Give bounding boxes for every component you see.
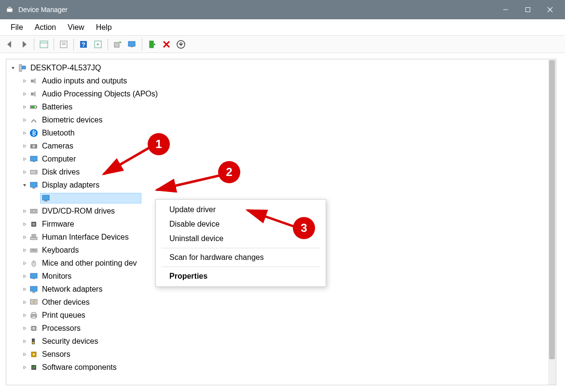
chevron-right-icon[interactable] [21, 338, 28, 345]
tree-category-audio-apo[interactable]: Audio Processing Objects (APOs) [9, 87, 556, 100]
chevron-right-icon[interactable] [21, 285, 28, 293]
tree-category-label: Security devices [42, 337, 98, 346]
tree-category-audio-io[interactable]: Audio inputs and outputs [9, 74, 556, 87]
uninstall-button[interactable] [160, 38, 173, 51]
chevron-right-icon[interactable] [21, 77, 28, 85]
chevron-right-icon[interactable] [21, 259, 28, 267]
svg-text:?: ? [82, 41, 85, 48]
action-button[interactable] [91, 38, 105, 51]
chevron-right-icon[interactable] [21, 246, 28, 254]
tree-category-computer[interactable]: Computer [9, 152, 556, 165]
tree-category-label: Batteries [42, 103, 72, 111]
maximize-button[interactable] [517, 0, 539, 19]
chevron-right-icon[interactable] [21, 233, 28, 241]
forward-button[interactable] [17, 38, 31, 51]
svg-point-40 [33, 210, 35, 212]
chevron-right-icon[interactable] [21, 324, 28, 332]
tree-category-other[interactable]: ? Other devices [9, 296, 556, 309]
tree-category-label: Firmware [42, 220, 74, 229]
chevron-right-icon[interactable] [21, 272, 28, 280]
chevron-right-icon[interactable] [21, 129, 28, 137]
enable-device-button[interactable] [145, 38, 159, 51]
tree-category-software[interactable]: Software components [9, 361, 556, 374]
speaker-icon [29, 90, 38, 98]
menu-file[interactable]: File [5, 21, 29, 34]
chevron-right-icon[interactable] [21, 311, 28, 319]
chevron-down-icon[interactable] [21, 181, 28, 189]
bluetooth-icon [29, 129, 38, 137]
ctx-scan-hardware[interactable]: Scan for hardware changes [156, 250, 326, 265]
chevron-right-icon[interactable] [21, 351, 28, 358]
svg-point-30 [32, 145, 35, 148]
menu-action[interactable]: Action [29, 21, 62, 34]
svg-rect-26 [36, 107, 37, 108]
properties-button[interactable] [57, 38, 70, 51]
app-icon [6, 6, 14, 14]
chevron-right-icon[interactable] [21, 90, 28, 98]
chevron-down-icon[interactable] [9, 64, 17, 72]
tree-root[interactable]: DESKTOP-4L537JQ [9, 61, 556, 74]
svg-rect-44 [32, 234, 36, 237]
tree-category-label: Monitors [42, 272, 71, 281]
svg-line-71 [104, 148, 150, 174]
tree-category-label: Mice and other pointing dev [42, 259, 137, 268]
tree-root-label: DESKTOP-4L537JQ [30, 64, 101, 72]
mouse-icon [29, 259, 38, 268]
chevron-right-icon[interactable] [21, 103, 28, 111]
chevron-right-icon[interactable] [21, 364, 28, 371]
menu-view[interactable]: View [62, 21, 90, 34]
chevron-right-icon[interactable] [21, 116, 28, 124]
vertical-scrollbar[interactable] [548, 59, 556, 385]
tree-category-label: Biometric devices [42, 116, 102, 124]
chevron-right-icon[interactable] [21, 168, 28, 176]
tree-category-disk[interactable]: Disk drives [9, 165, 556, 178]
update-driver-button[interactable] [111, 38, 124, 51]
tree-category-cameras[interactable]: Cameras [9, 139, 556, 152]
svg-rect-0 [7, 8, 13, 12]
scan-changes-button[interactable] [174, 38, 188, 51]
unknown-icon: ? [29, 298, 38, 307]
tree-category-label: Network adapters [42, 285, 102, 294]
ctx-properties[interactable]: Properties [156, 269, 326, 284]
tree-category-print[interactable]: Print queues [9, 309, 556, 322]
svg-rect-35 [30, 182, 37, 187]
scrollbar-thumb[interactable] [549, 60, 555, 359]
tree-category-biometric[interactable]: Biometric devices [9, 113, 556, 126]
show-hide-tree-button[interactable] [37, 38, 51, 51]
svg-point-67 [32, 342, 34, 344]
svg-text:?: ? [32, 300, 35, 305]
chip-icon [29, 220, 38, 229]
toolbar-separator [108, 39, 108, 50]
chevron-right-icon[interactable] [21, 142, 28, 150]
svg-rect-22 [22, 66, 26, 69]
minimize-button[interactable] [495, 0, 517, 19]
display-icon [41, 194, 50, 203]
hid-icon [29, 233, 38, 242]
svg-rect-31 [30, 156, 37, 161]
menu-help[interactable]: Help [90, 21, 118, 34]
scan-hardware-button[interactable] [125, 38, 139, 51]
camera-icon [29, 142, 38, 150]
tree-category-label: Audio inputs and outputs [42, 77, 127, 85]
tree-category-bluetooth[interactable]: Bluetooth [9, 126, 556, 139]
svg-rect-36 [32, 188, 35, 189]
tree-category-processors[interactable]: Processors [9, 322, 556, 335]
chevron-right-icon[interactable] [21, 207, 28, 215]
printer-icon [29, 311, 38, 320]
svg-point-34 [35, 172, 36, 173]
back-button[interactable] [3, 38, 16, 51]
ctx-separator [162, 248, 320, 248]
close-button[interactable] [539, 0, 561, 19]
svg-rect-3 [526, 8, 530, 12]
help-button[interactable]: ? [77, 38, 90, 51]
chevron-right-icon[interactable] [21, 298, 28, 306]
svg-rect-59 [32, 316, 36, 318]
chevron-right-icon[interactable] [21, 155, 28, 163]
tree-category-batteries[interactable]: Batteries [9, 100, 556, 113]
tree-category-label: Processors [42, 324, 81, 333]
tree-category-security[interactable]: Security devices [9, 335, 556, 348]
tree-category-sensors[interactable]: Sensors [9, 348, 556, 361]
chevron-right-icon[interactable] [21, 220, 28, 228]
svg-rect-42 [32, 223, 35, 226]
tree-category-display[interactable]: Display adapters [9, 178, 556, 191]
